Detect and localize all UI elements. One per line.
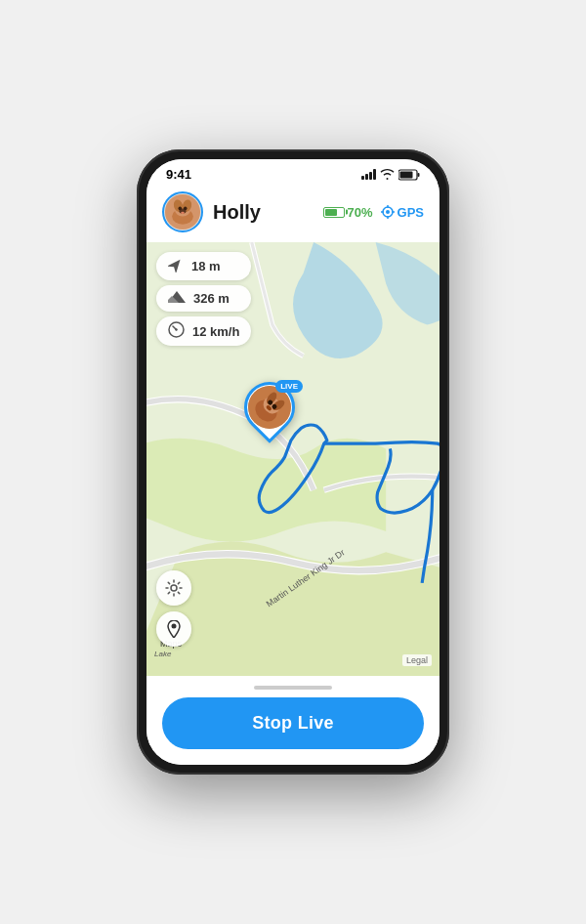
signal-icon xyxy=(361,169,376,180)
lake-label: Lake xyxy=(154,650,171,658)
wifi-icon xyxy=(380,169,395,180)
navigation-icon xyxy=(168,257,184,275)
bottom-area: Stop Live xyxy=(146,676,440,765)
dog-marker: LIVE xyxy=(244,382,295,433)
svg-point-11 xyxy=(181,212,185,214)
svg-point-10 xyxy=(184,207,188,211)
location-button[interactable] xyxy=(156,611,191,647)
status-time: 9:41 xyxy=(166,167,191,182)
map-attribution: Legal xyxy=(402,654,432,666)
phone-frame: 9:41 xyxy=(137,149,449,775)
status-bar: 9:41 xyxy=(146,159,440,186)
speed-icon xyxy=(168,321,185,338)
svg-rect-1 xyxy=(418,173,420,177)
battery-indicator: 70% xyxy=(323,205,373,220)
svg-point-33 xyxy=(172,624,177,629)
phone-screen: 9:41 xyxy=(146,159,440,765)
svg-point-32 xyxy=(171,585,177,591)
speed-value: 12 km/h xyxy=(192,324,239,339)
avatar-image xyxy=(164,191,201,232)
speed-stat: 12 km/h xyxy=(156,316,251,346)
settings-icon xyxy=(165,579,183,597)
distance-value: 18 m xyxy=(191,259,221,273)
battery-box xyxy=(323,207,345,218)
battery-status-icon xyxy=(398,169,420,181)
gps-badge: GPS xyxy=(381,205,424,220)
map-container[interactable]: Martin Luther King Jr Dr 18 m xyxy=(146,242,440,676)
elevation-value: 326 m xyxy=(193,291,230,306)
elevation-icon xyxy=(168,290,186,304)
gps-icon xyxy=(381,205,395,219)
gps-label: GPS xyxy=(398,205,424,220)
live-badge: LIVE xyxy=(275,380,303,393)
svg-marker-19 xyxy=(168,257,184,273)
elevation-stat: 326 m xyxy=(156,285,251,312)
dog-name: Holly xyxy=(213,201,323,224)
home-indicator xyxy=(254,686,332,690)
header: Holly 70% xyxy=(146,186,440,242)
header-right: 70% GPS xyxy=(323,205,425,220)
svg-point-23 xyxy=(175,328,177,330)
mountain-icon xyxy=(168,290,186,307)
svg-point-9 xyxy=(178,207,182,211)
battery-percent-label: 70% xyxy=(348,205,373,220)
status-icons xyxy=(361,169,420,181)
settings-button[interactable] xyxy=(156,570,191,606)
battery-fill xyxy=(325,209,338,216)
stat-pills: 18 m 326 m xyxy=(156,252,251,346)
avatar xyxy=(162,191,203,232)
distance-icon xyxy=(168,257,184,273)
svg-rect-2 xyxy=(400,171,413,178)
distance-stat: 18 m xyxy=(156,252,251,280)
map-controls xyxy=(156,570,191,647)
svg-point-13 xyxy=(386,210,390,214)
stop-live-button[interactable]: Stop Live xyxy=(162,697,424,749)
location-icon xyxy=(166,620,182,638)
speedometer-icon xyxy=(168,321,185,341)
